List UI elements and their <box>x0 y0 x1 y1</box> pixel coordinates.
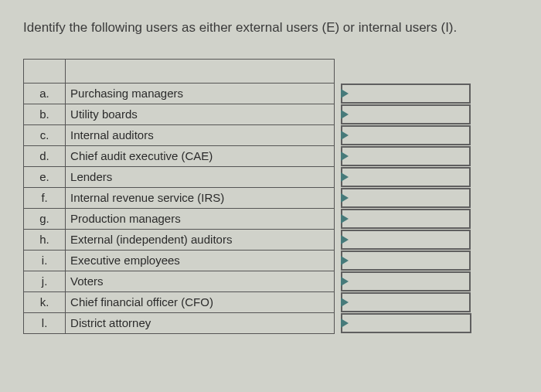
question-prompt: Identify the following users as either e… <box>23 19 518 37</box>
row-desc: Purchasing managers <box>66 83 335 104</box>
spacer-cell <box>334 59 471 83</box>
answer-dropdown[interactable] <box>341 125 471 145</box>
row-desc: Executive employees <box>66 250 335 271</box>
dropdown-arrow-icon <box>341 89 349 98</box>
dropdown-arrow-icon <box>341 214 349 223</box>
row-letter: d. <box>24 145 66 166</box>
row-letter: j. <box>24 271 66 291</box>
spacer-cell <box>24 59 66 83</box>
dropdown-arrow-icon <box>341 193 349 203</box>
row-letter: e. <box>24 166 66 187</box>
table-row: i. Executive employees <box>24 250 471 271</box>
row-letter: c. <box>24 124 66 145</box>
dropdown-arrow-icon <box>341 131 349 140</box>
answer-dropdown[interactable] <box>341 313 471 333</box>
row-letter: g. <box>24 208 66 229</box>
users-table: a. Purchasing managers b. Utility boards… <box>23 59 471 334</box>
answer-dropdown[interactable] <box>341 271 471 291</box>
row-desc: Lenders <box>66 166 335 187</box>
row-letter: k. <box>24 291 66 312</box>
answer-dropdown[interactable] <box>341 209 471 229</box>
row-letter: h. <box>24 229 66 250</box>
answer-dropdown[interactable] <box>341 251 471 271</box>
answer-dropdown[interactable] <box>341 146 471 166</box>
table-row: j. Voters <box>24 271 471 291</box>
row-desc: Chief audit executive (CAE) <box>66 145 335 166</box>
table-row: d. Chief audit executive (CAE) <box>24 145 471 166</box>
answer-dropdown[interactable] <box>341 167 471 187</box>
dropdown-arrow-icon <box>341 152 349 161</box>
table-row: b. Utility boards <box>24 104 471 124</box>
answer-dropdown[interactable] <box>341 104 471 124</box>
dropdown-arrow-icon <box>341 256 349 265</box>
dropdown-arrow-icon <box>341 277 349 286</box>
table-row: a. Purchasing managers <box>24 83 471 104</box>
answer-dropdown[interactable] <box>341 230 471 250</box>
row-desc: District attorney <box>66 312 335 333</box>
row-desc: Chief financial officer (CFO) <box>66 291 335 312</box>
table-row: k. Chief financial officer (CFO) <box>24 291 471 312</box>
row-desc: Internal revenue service (IRS) <box>66 187 335 208</box>
table-row: f. Internal revenue service (IRS) <box>24 187 471 208</box>
dropdown-arrow-icon <box>341 172 349 182</box>
table-row: c. Internal auditors <box>24 124 471 145</box>
row-desc: Internal auditors <box>66 124 335 145</box>
row-desc: Utility boards <box>66 104 335 124</box>
answer-dropdown[interactable] <box>341 292 471 312</box>
table-row: g. Production managers <box>24 208 471 229</box>
dropdown-arrow-icon <box>341 298 349 307</box>
row-desc: External (independent) auditors <box>66 229 335 250</box>
answer-dropdown[interactable] <box>341 188 471 208</box>
dropdown-arrow-icon <box>341 110 349 119</box>
row-desc: Production managers <box>66 208 335 229</box>
row-letter: a. <box>24 83 66 104</box>
row-letter: b. <box>24 104 66 124</box>
row-letter: f. <box>24 187 66 208</box>
table-row: l. District attorney <box>24 312 471 333</box>
table-row: e. Lenders <box>24 166 471 187</box>
dropdown-arrow-icon <box>341 319 349 328</box>
answer-dropdown[interactable] <box>341 84 471 104</box>
table-row: h. External (independent) auditors <box>24 229 471 250</box>
spacer-cell <box>66 59 335 83</box>
row-letter: i. <box>24 250 66 271</box>
dropdown-arrow-icon <box>341 235 349 244</box>
row-letter: l. <box>24 312 66 333</box>
row-desc: Voters <box>66 271 335 291</box>
header-spacer-row <box>24 59 471 83</box>
